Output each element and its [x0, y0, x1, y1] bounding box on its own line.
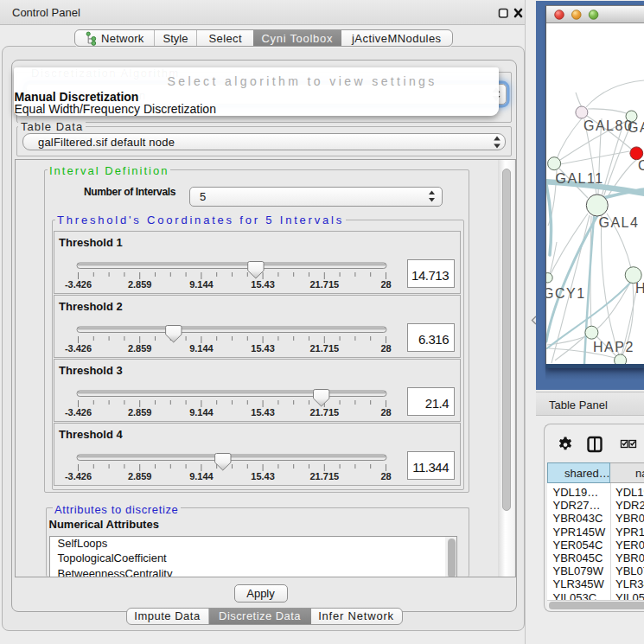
- svg-text:GAL4: GAL4: [599, 215, 640, 230]
- svg-text:C: C: [638, 158, 644, 173]
- svg-text:GCY1: GCY1: [546, 286, 586, 301]
- svg-text:GAL11: GAL11: [556, 171, 604, 186]
- svg-text:HAP2: HAP2: [593, 340, 634, 354]
- svg-text:H: H: [635, 281, 644, 296]
- svg-text:GA: GA: [628, 120, 644, 135]
- svg-text:GAL80: GAL80: [583, 118, 633, 133]
